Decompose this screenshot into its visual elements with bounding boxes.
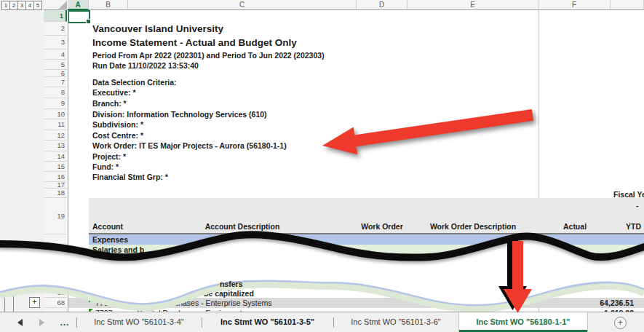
selected-cell-a1[interactable] [68,10,90,23]
column-header-F[interactable]: F [538,0,611,10]
account-code-7705: 7705 [95,299,112,308]
table-header-ytd: YTD [626,222,641,232]
select-all-triangle-icon [59,1,67,9]
row-header-66[interactable]: 66 [44,288,67,298]
row-header-17[interactable]: 17 [44,182,67,189]
salaries-row [89,245,644,255]
row-header-6[interactable]: 6 [44,70,67,77]
criteria-line-7: Project: * [92,152,126,162]
row-header-68[interactable]: 68 [44,298,67,308]
report-run-date: Run Date 11/10/2022 13:53:40 [92,61,199,71]
row-header-13[interactable]: 13 [44,141,67,151]
expenses-row [89,234,644,245]
outline-bracket-line [4,284,5,312]
row-header-3[interactable]: 3 [44,36,67,50]
report-subtitle: Income Statement - Actual and Budget Onl… [92,37,297,48]
row-header-14[interactable]: 14 [44,151,67,162]
account-desc-7705: Capital Purchases - Enterprise Systems [137,299,272,308]
report-title: Vancouver Island University [92,23,223,34]
outline-bracket-tick [13,288,17,289]
salaries-label-fragment: Salaries and b [92,245,144,255]
expenses-label: Expenses [92,235,128,245]
more-sheets-button[interactable]: … [60,317,70,328]
row-header-12[interactable]: 12 [44,130,67,141]
sheet-tab-1[interactable]: Inc Stmt WO "56101-3-5" [202,312,333,332]
criteria-line-3: Division: Information Technology Service… [92,110,267,119]
new-sheet-button[interactable]: + [614,317,627,329]
sheet-tab-3[interactable]: Inc Stmt WO "56180-1-1" [458,312,588,332]
column-header-B[interactable]: B [89,0,128,10]
sheet-tab-2[interactable]: Inc Stmt WO "56101-3-6" [333,312,458,332]
transfers-label-fragment: nsfers [220,280,243,289]
outline-bracket-line [22,285,23,293]
table-header-work_order_description: Work Order Description [430,222,516,232]
row-header-10[interactable]: 10 [44,109,67,119]
table-header-account: Account [92,222,123,232]
row-header-7[interactable]: 7 [44,77,67,87]
report-period: Period From Apr 2022 (202301) and Period… [92,51,325,60]
row-header-9[interactable]: 9 [44,98,67,109]
select-all-corner[interactable] [44,0,68,10]
row-header-4[interactable]: 4 [44,50,67,60]
column-header-g[interactable] [611,0,644,10]
column-header-E[interactable]: E [408,0,538,10]
cell-error-triangle-icon [89,299,93,303]
selection-fill-handle[interactable] [86,19,91,24]
criteria-line-0: Data Selection Criteria: [92,78,177,87]
table-header-actual: Actual [563,222,587,232]
criteria-line-6: Work Order: IT ES Major Projects - Auror… [92,141,287,151]
criteria-line-4: Subdivision: * [92,120,143,130]
row-header-5[interactable]: 5 [44,60,67,70]
criteria-line-1: Executive: * [92,88,136,98]
column-header-A[interactable]: A [68,0,89,10]
row-header-18[interactable]: 18 [44,189,67,198]
table-header-work_order: Work Order [361,222,403,232]
row-header-15[interactable]: 15 [44,162,67,172]
header-dash-fragment: - [636,201,639,210]
column-header-D[interactable]: D [357,0,408,10]
sheet-grid[interactable]: Vancouver Island University Income State… [0,0,644,312]
sheet-tab-0[interactable]: Inc Stmt WO "56101-3-4" [76,312,202,332]
table-header-account_description: Account Description [205,222,280,232]
sheet-tab-bar: … Inc Stmt WO "56101-3-4"Inc Stmt WO "56… [0,312,644,332]
criteria-line-8: Fund: * [92,162,119,172]
row-headers[interactable]: 123456789101112131415161718196668 [44,10,68,312]
row-header-8[interactable]: 8 [44,87,67,98]
row-header-19[interactable]: 19 [44,198,67,234]
excel-window: 12345 Vancouver Island University Income… [0,0,644,332]
outline-bracket-line [13,288,14,312]
column-header-C[interactable]: C [128,0,357,10]
tab-scroll-right-icon[interactable] [39,319,44,326]
criteria-line-9: Financial Stmt Grp: * [92,173,168,182]
row-header-1[interactable]: 1 [44,10,67,22]
tab-scroll-left-icon[interactable] [17,319,23,326]
row-header-2[interactable]: 2 [44,22,67,36]
outline-expand-button[interactable]: + [29,297,40,308]
criteria-line-2: Branch: * [92,99,127,108]
actual-amount-7705: 64,236.51 [600,299,634,308]
row-header-11[interactable]: 11 [44,119,67,130]
criteria-line-5: Cost Centre: * [92,131,143,141]
